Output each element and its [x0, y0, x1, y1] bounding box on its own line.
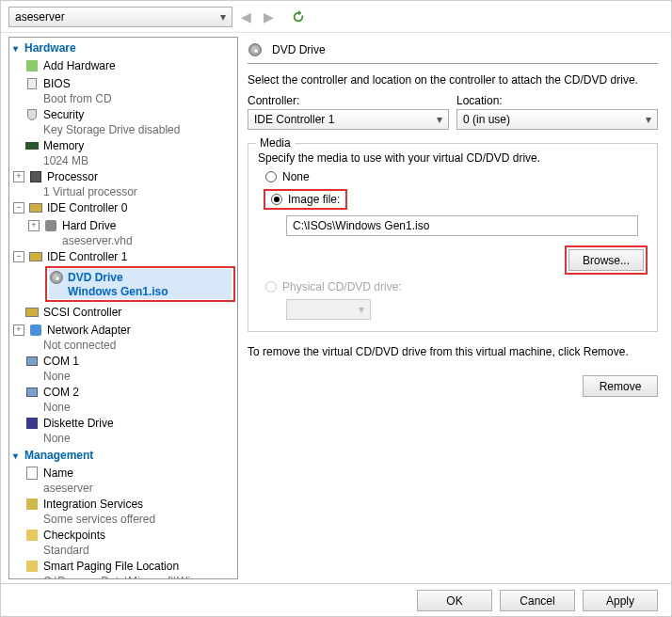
location-select[interactable]: 0 (in use) [456, 109, 658, 130]
tree-item-processor[interactable]: +Processor [9, 167, 237, 185]
radio-none-label: None [282, 170, 310, 183]
pane-title-text: DVD Drive [272, 43, 326, 56]
tree-item-checkpoints[interactable]: Checkpoints [9, 526, 237, 544]
radio-none-row[interactable]: None [265, 170, 648, 183]
harddrive-icon [43, 218, 58, 233]
memory-icon [24, 138, 40, 153]
bios-sub: Boot from CD [9, 92, 237, 105]
checkpoint-icon [24, 528, 40, 543]
settings-tree[interactable]: ▾Hardware Add Hardware BIOS Boot from CD… [8, 37, 238, 579]
chk-sub: Standard [9, 544, 237, 557]
vm-selector-text: aseserver [15, 10, 65, 24]
tree-item-ide0[interactable]: −IDE Controller 0 [9, 198, 237, 216]
management-section[interactable]: ▾Management [9, 445, 237, 464]
pane-description: Select the controller and location on th… [248, 64, 658, 94]
radio-image-row[interactable]: Image file: [264, 189, 648, 210]
expand-icon[interactable]: + [13, 324, 24, 336]
media-fieldset: Media Specify the media to use with your… [248, 143, 658, 332]
tree-item-smart-paging[interactable]: Smart Paging File Location [9, 557, 237, 575]
security-sub: Key Storage Drive disabled [9, 123, 237, 136]
location-label: Location: [456, 94, 658, 107]
floppy-icon [24, 416, 40, 431]
disc-icon [248, 42, 263, 57]
collapse-icon[interactable]: ▾ [13, 43, 23, 54]
network-sub: Not connected [9, 339, 237, 352]
name-icon [24, 466, 40, 481]
controller-icon [24, 305, 40, 320]
detail-pane: DVD Drive Select the controller and loca… [238, 33, 671, 583]
dialog-footer: OK Cancel Apply [1, 583, 671, 617]
memory-sub: 1024 MB [9, 154, 237, 167]
hardware-section[interactable]: ▾Hardware [9, 38, 237, 56]
tree-item-scsi[interactable]: SCSI Controller [9, 303, 237, 321]
services-icon [24, 497, 40, 512]
collapse-icon[interactable]: − [13, 251, 24, 262]
next-arrow-icon[interactable]: ▶ [259, 8, 278, 26]
controller-icon [28, 200, 43, 215]
com2-sub: None [9, 401, 237, 414]
refresh-icon[interactable] [289, 8, 308, 26]
vm-selector[interactable]: aseserver [8, 7, 232, 27]
name-sub: aseserver [9, 482, 237, 495]
paging-icon [24, 559, 40, 574]
radio-physical-label: Physical CD/DVD drive: [282, 280, 402, 293]
pane-header: DVD Drive [248, 40, 658, 64]
cpu-icon [28, 169, 43, 184]
processor-sub: 1 Virtual processor [9, 185, 237, 198]
physical-drive-select [286, 299, 371, 320]
controller-icon [28, 249, 43, 264]
expand-icon[interactable]: + [13, 171, 24, 182]
apply-button[interactable]: Apply [583, 590, 658, 611]
tree-item-ide1[interactable]: −IDE Controller 1 [9, 247, 237, 265]
spf-sub: C:\ProgramData\Microsoft\Win... [9, 575, 237, 579]
dvd-sub: Windows Gen1.iso [49, 285, 232, 298]
tree-item-harddrive[interactable]: +Hard Drive [9, 216, 237, 234]
bios-icon [24, 76, 40, 91]
com1-sub: None [9, 370, 237, 383]
tree-item-add-hardware[interactable]: Add Hardware [9, 56, 237, 74]
tree-item-memory[interactable]: Memory [9, 136, 237, 154]
tree-item-integration-services[interactable]: Integration Services [9, 495, 237, 513]
collapse-icon[interactable]: ▾ [13, 451, 23, 461]
prev-arrow-icon[interactable]: ◀ [236, 8, 255, 26]
media-legend: Media [256, 136, 295, 150]
radio-none[interactable] [265, 171, 277, 182]
radio-image-label: Image file: [288, 193, 340, 206]
highlight-browse: Browse... [565, 245, 648, 275]
controller-select[interactable]: IDE Controller 1 [248, 109, 449, 130]
add-icon [24, 58, 40, 73]
tree-item-com2[interactable]: COM 2 [9, 383, 237, 401]
isvc-sub: Some services offered [9, 513, 237, 526]
radio-physical [265, 281, 277, 293]
tree-item-name[interactable]: Name [9, 464, 237, 482]
controller-label: Controller: [248, 94, 449, 107]
tree-item-security[interactable]: Security [9, 105, 237, 123]
radio-physical-row: Physical CD/DVD drive: [265, 280, 648, 293]
diskette-sub: None [9, 432, 237, 445]
shield-icon [24, 107, 40, 122]
toolbar: aseserver ◀ ▶ [1, 1, 671, 33]
serial-icon [24, 385, 40, 400]
network-icon [28, 323, 43, 338]
cancel-button[interactable]: Cancel [500, 590, 575, 611]
expand-icon[interactable]: + [28, 220, 40, 231]
collapse-icon[interactable]: − [13, 202, 24, 214]
highlight-dvd: DVD Drive Windows Gen1.iso [45, 266, 235, 302]
highlight-image-option: Image file: [264, 189, 347, 210]
tree-item-diskette[interactable]: Diskette Drive [9, 414, 237, 432]
image-path-input[interactable]: C:\ISOs\Windows Gen1.iso [286, 215, 638, 236]
remove-description: To remove the virtual CD/DVD drive from … [248, 332, 658, 366]
radio-image[interactable] [271, 194, 282, 205]
disc-icon [49, 270, 64, 285]
remove-button[interactable]: Remove [583, 375, 658, 397]
tree-item-network[interactable]: +Network Adapter [9, 321, 237, 339]
tree-item-dvd-drive[interactable]: DVD Drive Windows Gen1.iso [49, 269, 232, 299]
ok-button[interactable]: OK [417, 590, 492, 611]
browse-button[interactable]: Browse... [568, 249, 644, 271]
media-description: Specify the media to use with your virtu… [258, 151, 648, 165]
tree-item-bios[interactable]: BIOS [9, 74, 237, 92]
serial-icon [24, 354, 40, 369]
harddrive-sub: aseserver.vhd [9, 234, 237, 247]
tree-item-com1[interactable]: COM 1 [9, 352, 237, 370]
